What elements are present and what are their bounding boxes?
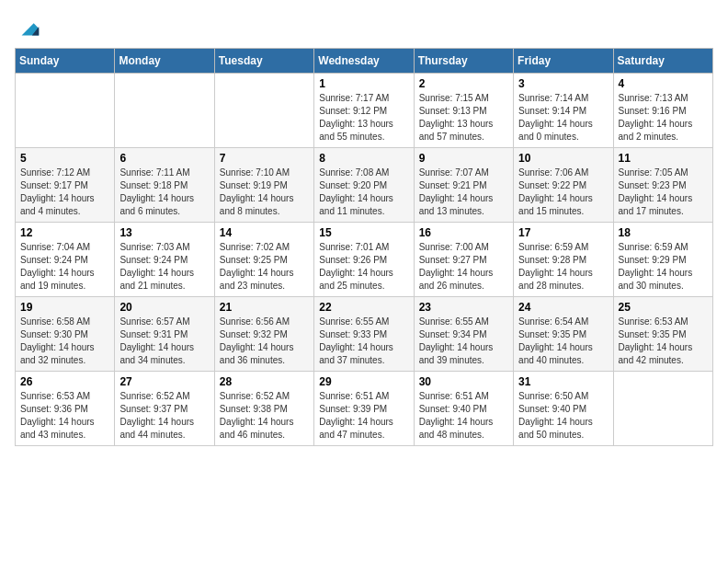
daylight-text: Daylight: 13 hours and 55 minutes.	[319, 118, 408, 144]
calendar-cell: 28Sunrise: 6:52 AMSunset: 9:38 PMDayligh…	[214, 372, 313, 446]
sunrise-text: Sunrise: 7:02 AM	[220, 241, 309, 254]
calendar-cell: 11Sunrise: 7:05 AMSunset: 9:23 PMDayligh…	[613, 148, 712, 223]
sunset-text: Sunset: 9:14 PM	[518, 105, 608, 118]
day-number: 13	[119, 226, 209, 239]
day-number: 16	[419, 226, 508, 239]
sunset-text: Sunset: 9:24 PM	[119, 254, 209, 267]
daylight-text: Daylight: 14 hours and 26 minutes.	[419, 267, 508, 293]
sunrise-text: Sunrise: 6:55 AM	[419, 316, 508, 328]
sunrise-text: Sunrise: 6:58 AM	[20, 316, 109, 328]
day-info: Sunrise: 7:01 AMSunset: 9:26 PMDaylight:…	[319, 241, 408, 293]
day-number: 30	[419, 375, 508, 388]
sunset-text: Sunset: 9:33 PM	[319, 328, 408, 341]
day-info: Sunrise: 7:04 AMSunset: 9:24 PMDaylight:…	[20, 241, 109, 293]
day-number: 15	[319, 226, 408, 239]
sunrise-text: Sunrise: 7:05 AM	[619, 167, 708, 179]
calendar-week-row: 5Sunrise: 7:12 AMSunset: 9:17 PMDaylight…	[16, 148, 713, 223]
day-number: 2	[419, 77, 508, 90]
calendar-cell: 14Sunrise: 7:02 AMSunset: 9:25 PMDayligh…	[214, 223, 313, 297]
sunset-text: Sunset: 9:18 PM	[119, 179, 209, 192]
sunset-text: Sunset: 9:32 PM	[220, 328, 309, 341]
day-number: 14	[220, 226, 309, 239]
day-info: Sunrise: 7:11 AMSunset: 9:18 PMDaylight:…	[119, 167, 209, 218]
day-info: Sunrise: 7:14 AMSunset: 9:14 PMDaylight:…	[518, 92, 608, 144]
day-number: 29	[319, 375, 408, 388]
daylight-text: Daylight: 13 hours and 57 minutes.	[419, 118, 508, 144]
calendar-cell: 27Sunrise: 6:52 AMSunset: 9:37 PMDayligh…	[115, 372, 214, 446]
sunset-text: Sunset: 9:30 PM	[20, 328, 109, 341]
sunrise-text: Sunrise: 6:56 AM	[220, 316, 309, 328]
day-number: 25	[619, 301, 708, 314]
calendar-cell	[115, 74, 214, 148]
sunset-text: Sunset: 9:24 PM	[20, 254, 109, 267]
day-info: Sunrise: 7:13 AMSunset: 9:16 PMDaylight:…	[619, 92, 708, 144]
weekday-header-tuesday: Tuesday	[214, 49, 313, 74]
calendar-cell: 30Sunrise: 6:51 AMSunset: 9:40 PMDayligh…	[414, 372, 513, 446]
sunset-text: Sunset: 9:37 PM	[119, 403, 209, 416]
calendar-cell: 26Sunrise: 6:53 AMSunset: 9:36 PMDayligh…	[16, 372, 115, 446]
sunset-text: Sunset: 9:12 PM	[319, 105, 408, 118]
day-info: Sunrise: 6:53 AMSunset: 9:36 PMDaylight:…	[20, 390, 109, 442]
daylight-text: Daylight: 14 hours and 44 minutes.	[119, 416, 209, 442]
day-info: Sunrise: 7:00 AMSunset: 9:27 PMDaylight:…	[419, 241, 508, 293]
sunset-text: Sunset: 9:36 PM	[20, 403, 109, 416]
daylight-text: Daylight: 14 hours and 8 minutes.	[220, 192, 309, 218]
sunrise-text: Sunrise: 7:03 AM	[119, 241, 209, 254]
sunrise-text: Sunrise: 6:52 AM	[119, 390, 209, 403]
day-info: Sunrise: 6:53 AMSunset: 9:35 PMDaylight:…	[619, 316, 708, 367]
sunset-text: Sunset: 9:22 PM	[518, 179, 608, 192]
sunset-text: Sunset: 9:23 PM	[619, 179, 708, 192]
day-info: Sunrise: 6:52 AMSunset: 9:38 PMDaylight:…	[220, 390, 309, 442]
daylight-text: Daylight: 14 hours and 19 minutes.	[20, 267, 109, 293]
calendar-cell	[16, 74, 115, 148]
calendar-cell: 12Sunrise: 7:04 AMSunset: 9:24 PMDayligh…	[16, 223, 115, 297]
sunset-text: Sunset: 9:34 PM	[419, 328, 508, 341]
calendar-week-row: 19Sunrise: 6:58 AMSunset: 9:30 PMDayligh…	[16, 297, 713, 372]
daylight-text: Daylight: 14 hours and 39 minutes.	[419, 341, 508, 367]
sunrise-text: Sunrise: 6:54 AM	[518, 316, 608, 328]
sunset-text: Sunset: 9:31 PM	[119, 328, 209, 341]
day-number: 27	[119, 375, 209, 388]
sunrise-text: Sunrise: 6:57 AM	[119, 316, 209, 328]
calendar-cell: 5Sunrise: 7:12 AMSunset: 9:17 PMDaylight…	[16, 148, 115, 223]
sunset-text: Sunset: 9:13 PM	[419, 105, 508, 118]
calendar-table: SundayMondayTuesdayWednesdayThursdayFrid…	[15, 48, 713, 446]
daylight-text: Daylight: 14 hours and 42 minutes.	[619, 341, 708, 367]
day-number: 20	[119, 301, 209, 314]
calendar-cell: 15Sunrise: 7:01 AMSunset: 9:26 PMDayligh…	[314, 223, 414, 297]
day-number: 5	[20, 152, 109, 165]
sunrise-text: Sunrise: 7:11 AM	[119, 167, 209, 179]
day-number: 23	[419, 301, 508, 314]
calendar-cell: 21Sunrise: 6:56 AMSunset: 9:32 PMDayligh…	[214, 297, 313, 372]
day-number: 8	[319, 152, 408, 165]
daylight-text: Daylight: 14 hours and 11 minutes.	[319, 192, 408, 218]
sunrise-text: Sunrise: 7:01 AM	[319, 241, 408, 254]
sunrise-text: Sunrise: 7:10 AM	[220, 167, 309, 179]
day-info: Sunrise: 6:50 AMSunset: 9:40 PMDaylight:…	[518, 390, 608, 442]
daylight-text: Daylight: 14 hours and 50 minutes.	[518, 416, 608, 442]
day-number: 18	[619, 226, 708, 239]
sunset-text: Sunset: 9:26 PM	[319, 254, 408, 267]
sunrise-text: Sunrise: 7:12 AM	[20, 167, 109, 179]
sunset-text: Sunset: 9:38 PM	[220, 403, 309, 416]
weekday-header-sunday: Sunday	[16, 49, 115, 74]
page-header	[15, 15, 713, 40]
sunset-text: Sunset: 9:20 PM	[319, 179, 408, 192]
day-number: 31	[518, 375, 608, 388]
sunset-text: Sunset: 9:29 PM	[619, 254, 708, 267]
daylight-text: Daylight: 14 hours and 2 minutes.	[619, 118, 708, 144]
daylight-text: Daylight: 14 hours and 40 minutes.	[518, 341, 608, 367]
daylight-text: Daylight: 14 hours and 15 minutes.	[518, 192, 608, 218]
sunrise-text: Sunrise: 7:00 AM	[419, 241, 508, 254]
day-info: Sunrise: 6:55 AMSunset: 9:33 PMDaylight:…	[319, 316, 408, 367]
daylight-text: Daylight: 14 hours and 23 minutes.	[220, 267, 309, 293]
sunrise-text: Sunrise: 6:51 AM	[319, 390, 408, 403]
day-info: Sunrise: 6:59 AMSunset: 9:28 PMDaylight:…	[518, 241, 608, 293]
weekday-header-monday: Monday	[115, 49, 214, 74]
day-number: 28	[220, 375, 309, 388]
weekday-header-friday: Friday	[514, 49, 613, 74]
calendar-cell: 29Sunrise: 6:51 AMSunset: 9:39 PMDayligh…	[314, 372, 414, 446]
day-number: 19	[20, 301, 109, 314]
day-number: 3	[518, 77, 608, 90]
day-number: 1	[319, 77, 408, 90]
